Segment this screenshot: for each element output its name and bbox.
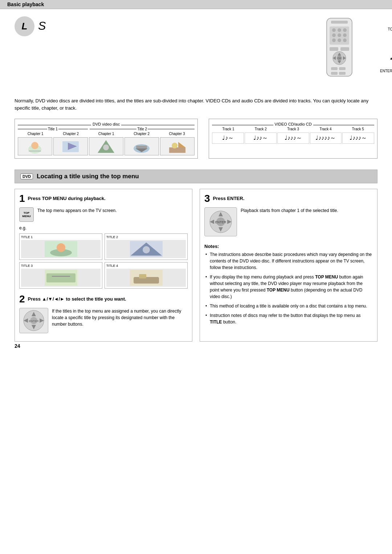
instructions-columns: 1 Press TOP MENU during playback. TOPMEN… xyxy=(15,189,377,342)
svg-rect-22 xyxy=(339,67,346,70)
svg-rect-49 xyxy=(139,274,146,278)
right-column: 3 Press ENTER. ENTER Playback starts fr xyxy=(200,189,377,342)
music-cell-1: ♩♪～ xyxy=(212,133,244,144)
svg-point-31 xyxy=(103,144,109,150)
top-menu-button-icon: TOPMENU xyxy=(19,207,34,222)
svg-point-11 xyxy=(343,38,347,42)
step2-number: 2 xyxy=(19,294,25,304)
step3-header: 3 Press ENTER. xyxy=(204,194,373,204)
vcd-diagram: VIDEO CD/audio CD Track 1 Track 2 Track … xyxy=(209,119,377,159)
note-item-1: The instructions above describe basic pr… xyxy=(204,251,373,271)
svg-point-4 xyxy=(338,28,341,32)
svg-point-43 xyxy=(143,246,150,253)
step3-content: ENTER Playback starts from chapter 1 of … xyxy=(204,207,373,236)
step2-content: 2 Press ▲/▼/◄/► to select the title you … xyxy=(19,294,188,333)
svg-rect-45 xyxy=(46,273,75,282)
vcd-diagram-title: VIDEO CD/audio CD xyxy=(275,122,312,126)
page-header: Basic playback xyxy=(0,0,392,9)
svg-point-26 xyxy=(31,142,38,149)
enter-button-icon: ENTER xyxy=(204,207,237,236)
svg-text:ENTER: ENTER xyxy=(215,220,226,224)
step3-title: Press ENTER. xyxy=(213,196,245,201)
music-cell-2: ♩♪♪～ xyxy=(245,133,277,144)
title-thumb-4: TITLE 4 xyxy=(105,262,188,289)
svg-point-5 xyxy=(343,28,347,32)
title1-label: Title 1 xyxy=(48,127,58,131)
enter-annotation: ENTER xyxy=(380,69,392,74)
dvd-diagram: DVD video disc Title 1 Title 2 C xyxy=(15,119,198,159)
svg-point-3 xyxy=(332,28,336,32)
dvd-thumb-3 xyxy=(89,137,123,155)
step1-number: 1 xyxy=(19,194,25,204)
top-section: L S xyxy=(15,16,377,90)
title-thumb-3: TITLE 3 xyxy=(19,262,102,289)
page-number: 24 xyxy=(15,343,20,349)
remote-svg: OK xyxy=(309,16,370,89)
step3-number: 3 xyxy=(204,194,210,204)
dvd-images-row xyxy=(18,137,195,155)
intro-paragraph: Normally, DVD video discs are divided in… xyxy=(15,97,377,111)
step1-text: The top menu appears on the TV screen. xyxy=(37,207,117,222)
chapter-labels: Chapter 1 Chapter 2 Chapter 1 Chapter 2 … xyxy=(18,132,195,136)
header-title: Basic playback xyxy=(7,1,44,7)
note-item-3: This method of locating a title is avail… xyxy=(204,303,373,309)
music-symbols-row: ♩♪～ ♩♪♪～ ♩♪♪♪～ ♩♪♪♪♪～ ♩♪♪♪～ xyxy=(212,133,374,144)
svg-point-9 xyxy=(332,38,336,42)
step1-content: TOPMENU The top menu appears on the TV s… xyxy=(19,207,188,222)
svg-point-8 xyxy=(343,33,347,37)
svg-point-6 xyxy=(332,33,336,37)
remote-illustration: OK TOP MENU ▲/▼/◄/► xyxy=(309,16,377,90)
step1-title: Press TOP MENU during playback. xyxy=(28,196,106,201)
svg-point-10 xyxy=(338,38,341,42)
step3-text: Playback starts from chapter 1 of the se… xyxy=(241,207,338,236)
svg-rect-13 xyxy=(340,47,349,51)
arrows-annotation: ▲/▼/◄/► xyxy=(389,56,392,62)
step2-text: If the titles in the top menu are assign… xyxy=(52,308,188,333)
step2-title: Press ▲/▼/◄/► to select the title you wa… xyxy=(28,296,126,302)
svg-rect-33 xyxy=(136,146,147,148)
title-thumb-2: TITLE 2 xyxy=(105,233,188,260)
dvd-badge: DVD xyxy=(20,174,33,179)
eg-label: e.g. xyxy=(19,225,188,231)
step1-header: 1 Press TOP MENU during playback. xyxy=(19,194,188,204)
dvd-thumb-1 xyxy=(18,137,52,155)
svg-point-40 xyxy=(57,243,65,252)
step1-icon-area: TOPMENU xyxy=(19,207,34,222)
title-thumb-1: TITLE 1 xyxy=(19,233,102,260)
diagrams-section: DVD video disc Title 1 Title 2 C xyxy=(15,119,377,159)
step2-header: 2 Press ▲/▼/◄/► to select the title you … xyxy=(19,294,188,304)
section-banner: DVD Locating a title using the top menu xyxy=(15,170,377,183)
l-circle-icon: L xyxy=(15,16,34,36)
svg-point-7 xyxy=(338,33,341,37)
svg-rect-1 xyxy=(331,21,348,24)
l-letter: L xyxy=(22,21,28,32)
svg-text:ENTER: ENTER xyxy=(29,319,38,323)
svg-rect-23 xyxy=(331,72,338,75)
music-cell-4: ♩♪♪♪♪～ xyxy=(310,133,342,144)
note-item-2: If you display the top menu during playb… xyxy=(204,274,373,300)
track-labels: Track 1 Track 2 Track 3 Track 4 Track 5 xyxy=(212,127,374,131)
svg-rect-21 xyxy=(331,67,338,70)
svg-text:OK: OK xyxy=(338,57,341,60)
notes-section: Notes: The instructions above describe b… xyxy=(204,244,373,325)
dvd-thumb-5 xyxy=(160,137,195,155)
page-content: L S xyxy=(0,9,392,356)
svg-point-36 xyxy=(172,143,177,148)
svg-rect-35 xyxy=(169,147,185,153)
title-grid: TITLE 1 TITLE 2 TITLE 3 xyxy=(19,233,188,289)
top-menu-annotation: TOP MENU xyxy=(388,27,392,33)
svg-rect-24 xyxy=(339,72,346,75)
dvd-thumb-4 xyxy=(124,137,159,155)
left-column: 1 Press TOP MENU during playback. TOPMEN… xyxy=(15,189,192,342)
dvd-thumb-2 xyxy=(53,137,88,155)
notes-title: Notes: xyxy=(204,244,373,249)
section-title: Locating a title using the top menu xyxy=(37,173,139,180)
svg-rect-48 xyxy=(134,277,159,284)
dvd-diagram-title: DVD video disc xyxy=(93,122,120,126)
step2-content-row: ENTER If the titles in the top menu are … xyxy=(19,308,188,333)
music-cell-5: ♩♪♪♪～ xyxy=(342,133,374,144)
step2-dpad-icon: ENTER xyxy=(19,308,48,333)
music-cell-3: ♩♪♪♪～ xyxy=(277,133,309,144)
note-item-4: Instruction notes of discs may refer to … xyxy=(204,312,373,325)
svg-marker-37 xyxy=(178,142,185,147)
